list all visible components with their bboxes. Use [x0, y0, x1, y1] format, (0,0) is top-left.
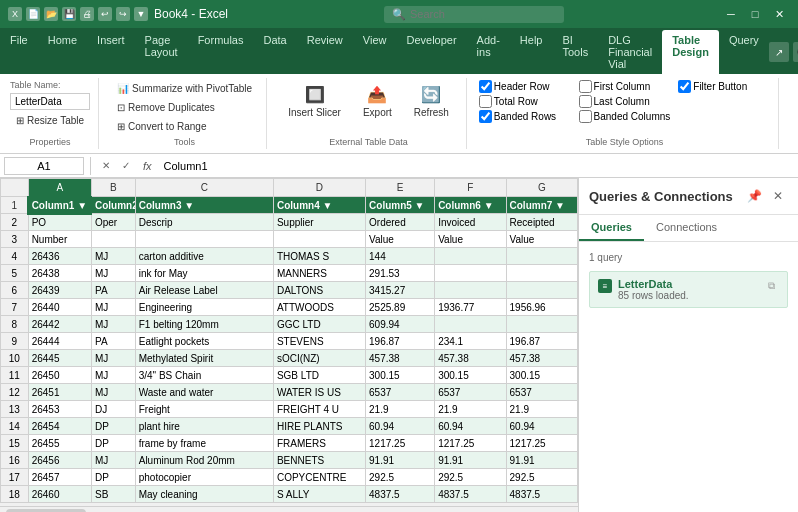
cell[interactable]: 300.15: [435, 367, 506, 384]
col-header-c[interactable]: C: [135, 179, 273, 197]
col-header-b[interactable]: B: [91, 179, 135, 197]
tab-formulas[interactable]: Formulas: [188, 30, 254, 74]
cell[interactable]: 609.94: [366, 316, 435, 333]
cell[interactable]: FRAMERS: [273, 435, 365, 452]
cell[interactable]: MJ: [91, 350, 135, 367]
cell[interactable]: 4837.5: [435, 486, 506, 503]
name-box[interactable]: [4, 157, 84, 175]
cell[interactable]: STEVENS: [273, 333, 365, 350]
cell[interactable]: Oper: [91, 214, 135, 231]
cell[interactable]: May cleaning: [135, 486, 273, 503]
table-name-input[interactable]: [10, 93, 90, 110]
cell[interactable]: sOCI(NZ): [273, 350, 365, 367]
cell[interactable]: 26456: [28, 452, 91, 469]
cell[interactable]: 292.5: [435, 469, 506, 486]
cell[interactable]: 21.9: [506, 401, 577, 418]
cell[interactable]: HIRE PLANTS: [273, 418, 365, 435]
cell[interactable]: DALTONS: [273, 282, 365, 299]
cell[interactable]: 457.38: [366, 350, 435, 367]
cell[interactable]: MJ: [91, 299, 135, 316]
export-button[interactable]: 📤 Export: [354, 80, 401, 123]
cell[interactable]: Aluminum Rod 20mm: [135, 452, 273, 469]
cell[interactable]: Air Release Label: [135, 282, 273, 299]
cell[interactable]: 4837.5: [366, 486, 435, 503]
cell[interactable]: 26450: [28, 367, 91, 384]
cell[interactable]: 21.9: [366, 401, 435, 418]
cell[interactable]: 26436: [28, 248, 91, 265]
tab-developer[interactable]: Developer: [396, 30, 466, 74]
cell[interactable]: [435, 265, 506, 282]
col-header-f[interactable]: F: [435, 179, 506, 197]
cell[interactable]: Freight: [135, 401, 273, 418]
customize-icon[interactable]: ▼: [134, 7, 148, 21]
cell[interactable]: 26453: [28, 401, 91, 418]
tab-insert[interactable]: Insert: [87, 30, 135, 74]
cell[interactable]: [91, 231, 135, 248]
cell-g1[interactable]: Column7 ▼: [506, 197, 577, 214]
cell-b1[interactable]: Column2 ▼: [91, 197, 135, 214]
cell[interactable]: Invoiced: [435, 214, 506, 231]
open-icon[interactable]: 📂: [44, 7, 58, 21]
cell[interactable]: 6537: [435, 384, 506, 401]
cell[interactable]: 26439: [28, 282, 91, 299]
comment-icon[interactable]: 💬: [793, 42, 798, 62]
remove-duplicates-button[interactable]: ⊡ Remove Duplicates: [111, 99, 258, 116]
cell-a1[interactable]: Column1 ▼: [28, 197, 91, 214]
query-item[interactable]: ≡ LetterData 85 rows loaded. ⧉: [589, 271, 788, 308]
total-row-checkbox-label[interactable]: Total Row: [479, 95, 571, 108]
cell[interactable]: Ordered: [366, 214, 435, 231]
cell[interactable]: DP: [91, 469, 135, 486]
cell[interactable]: THOMAS S: [273, 248, 365, 265]
banded-cols-checkbox-label[interactable]: Banded Columns: [579, 110, 671, 123]
cell[interactable]: 3/4" BS Chain: [135, 367, 273, 384]
cell[interactable]: photocopier: [135, 469, 273, 486]
tab-home[interactable]: Home: [38, 30, 87, 74]
cell[interactable]: Value: [366, 231, 435, 248]
pivot-table-button[interactable]: 📊 Summarize with PivotTable: [111, 80, 258, 97]
cell[interactable]: SB: [91, 486, 135, 503]
undo-icon[interactable]: ↩: [98, 7, 112, 21]
cell[interactable]: 291.53: [366, 265, 435, 282]
cell[interactable]: 300.15: [506, 367, 577, 384]
cell[interactable]: Descrip: [135, 214, 273, 231]
cell[interactable]: WATER IS US: [273, 384, 365, 401]
cell[interactable]: 234.1: [435, 333, 506, 350]
cell[interactable]: 1936.77: [435, 299, 506, 316]
search-input[interactable]: [410, 8, 530, 20]
cell[interactable]: 91.91: [435, 452, 506, 469]
cell[interactable]: 26440: [28, 299, 91, 316]
cell[interactable]: 21.9: [435, 401, 506, 418]
panel-pin-button[interactable]: 📌: [744, 186, 764, 206]
refresh-button[interactable]: 🔄 Refresh: [405, 80, 458, 123]
cell[interactable]: DJ: [91, 401, 135, 418]
filter-button-checkbox-label[interactable]: Filter Button: [678, 80, 770, 93]
cell[interactable]: Value: [435, 231, 506, 248]
cell[interactable]: 457.38: [506, 350, 577, 367]
cell-d1[interactable]: Column4 ▼: [273, 197, 365, 214]
tab-page-layout[interactable]: Page Layout: [135, 30, 188, 74]
share-icon[interactable]: ↗: [769, 42, 789, 62]
redo-icon[interactable]: ↪: [116, 7, 130, 21]
cell[interactable]: F1 belting 120mm: [135, 316, 273, 333]
formula-input[interactable]: [160, 157, 794, 175]
cell[interactable]: MJ: [91, 248, 135, 265]
banded-columns-checkbox[interactable]: [579, 110, 592, 123]
cell[interactable]: Number: [28, 231, 91, 248]
cell[interactable]: MJ: [91, 384, 135, 401]
first-column-checkbox-label[interactable]: First Column: [579, 80, 671, 93]
cell[interactable]: Waste and water: [135, 384, 273, 401]
insert-slicer-button[interactable]: 🔲 Insert Slicer: [279, 80, 350, 123]
filter-button-checkbox[interactable]: [678, 80, 691, 93]
cell-f1[interactable]: Column6 ▼: [435, 197, 506, 214]
spreadsheet[interactable]: A B C D E F G 1 Column1 ▼ Column2 ▼: [0, 178, 578, 506]
convert-range-button[interactable]: ⊞ Convert to Range: [111, 118, 258, 135]
cell[interactable]: 3415.27: [366, 282, 435, 299]
banded-rows-checkbox-label[interactable]: Banded Rows: [479, 110, 571, 123]
cell[interactable]: S ALLY: [273, 486, 365, 503]
cell[interactable]: 26455: [28, 435, 91, 452]
cell[interactable]: 60.94: [366, 418, 435, 435]
cell[interactable]: [506, 316, 577, 333]
cell[interactable]: MANNERS: [273, 265, 365, 282]
cell[interactable]: [273, 231, 365, 248]
cell[interactable]: [435, 282, 506, 299]
